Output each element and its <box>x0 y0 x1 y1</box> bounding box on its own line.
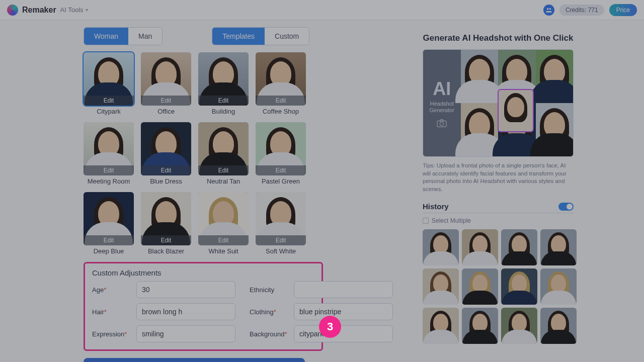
history-item[interactable] <box>423 229 459 265</box>
generate-button[interactable]: Generate (13 8 Credits) <box>84 358 305 362</box>
edit-button[interactable]: Edit <box>141 235 191 245</box>
template-card[interactable]: EditPastel Green <box>256 122 306 185</box>
ethnicity-input[interactable] <box>294 281 393 298</box>
header: Remaker AI Tools ▾ Credits: 771 Price <box>0 0 644 20</box>
template-card[interactable]: EditMeeting Room <box>84 122 134 185</box>
template-label: Neutral Tan <box>198 177 249 185</box>
edit-button[interactable]: Edit <box>198 165 249 175</box>
header-left: Remaker AI Tools ▾ <box>7 5 88 16</box>
brand-name: Remaker <box>22 6 56 15</box>
edit-button[interactable]: Edit <box>84 96 134 106</box>
ai-tools-label: AI Tools <box>60 6 84 14</box>
edit-button[interactable]: Edit <box>84 165 134 175</box>
template-card[interactable]: EditWhite Suit <box>198 192 249 255</box>
age-label: Age* <box>92 286 131 294</box>
svg-point-0 <box>547 8 549 9</box>
history-item[interactable] <box>540 308 577 344</box>
template-card[interactable]: EditDeep Blue <box>84 192 134 255</box>
chevron-down-icon: ▾ <box>86 7 88 13</box>
camera-icon <box>436 119 447 128</box>
edit-button[interactable]: Edit <box>141 96 191 106</box>
header-right: Credits: 771 Price <box>543 4 637 16</box>
history-item[interactable] <box>462 268 498 305</box>
right-title: Generate AI Headshot with One Click <box>423 33 574 43</box>
template-label: Pastel Green <box>256 177 306 185</box>
history-item[interactable] <box>501 268 537 305</box>
age-input[interactable] <box>136 281 235 298</box>
history-item[interactable] <box>462 229 498 265</box>
template-label: Building <box>198 108 249 115</box>
history-item[interactable] <box>501 229 537 265</box>
hero-ai-label: AI HeadshotGenerator <box>423 50 461 156</box>
svg-point-3 <box>440 122 444 125</box>
template-card[interactable]: EditOffice <box>141 52 191 115</box>
tab-woman[interactable]: Woman <box>84 28 128 45</box>
checkbox-icon[interactable] <box>423 218 429 224</box>
history-item[interactable] <box>540 229 577 265</box>
hair-label: Hair* <box>92 308 131 316</box>
expression-input[interactable] <box>136 325 235 342</box>
history-item[interactable] <box>423 268 459 305</box>
template-card[interactable]: EditBlack Blazer <box>141 192 191 255</box>
template-label: White Suit <box>198 247 249 255</box>
right-panel: Generate AI Headshot with One Click AI H… <box>387 20 644 362</box>
template-label: Black Blazer <box>141 247 191 255</box>
template-label: Coffee Shop <box>256 108 306 115</box>
template-card[interactable]: EditCitypark <box>84 52 134 115</box>
hero-preview: AI HeadshotGenerator <box>423 49 574 157</box>
tab-custom[interactable]: Custom <box>265 28 309 45</box>
left-panel: Woman Man Templates Custom EditCitypark … <box>0 20 387 362</box>
main: Woman Man Templates Custom EditCitypark … <box>0 20 644 362</box>
template-card[interactable]: EditBlue Dress <box>141 122 191 185</box>
svg-point-1 <box>549 8 551 9</box>
template-card[interactable]: EditCoffee Shop <box>256 52 306 115</box>
select-multiple[interactable]: Select Multiple <box>423 217 644 224</box>
tab-templates[interactable]: Templates <box>212 28 265 45</box>
template-label: Office <box>141 108 191 115</box>
template-label: Soft White <box>256 247 306 255</box>
step-marker-3: 3 <box>319 316 341 338</box>
ethnicity-label: Ethnicity <box>250 286 289 294</box>
history-item[interactable] <box>462 308 498 344</box>
edit-button[interactable]: Edit <box>256 165 306 175</box>
history-title: History <box>423 202 449 211</box>
tips-text: Tips: Upload a frontal photo of a single… <box>423 162 574 193</box>
mode-segmented: Templates Custom <box>212 27 309 45</box>
ai-tools-menu[interactable]: AI Tools ▾ <box>60 6 88 14</box>
history-item[interactable] <box>501 308 537 344</box>
clothing-label: Clothing* <box>250 308 289 316</box>
credits-badge[interactable]: Credits: 771 <box>559 5 604 16</box>
edit-button[interactable]: Edit <box>256 96 306 106</box>
template-card[interactable]: EditSoft White <box>256 192 306 255</box>
template-grid: EditCitypark EditOffice EditBuilding Edi… <box>84 52 315 255</box>
hero-selected-face <box>498 89 534 132</box>
custom-adjustments-panel: Custom Adjustments Age* Ethnicity Hair* … <box>84 262 323 351</box>
edit-button[interactable]: Edit <box>256 235 306 245</box>
gender-segmented: Woman Man <box>84 27 163 45</box>
tab-row: Woman Man Templates Custom <box>84 27 387 45</box>
price-button[interactable]: Price <box>609 4 637 16</box>
select-multiple-label: Select Multiple <box>432 217 471 224</box>
community-icon[interactable] <box>543 5 554 16</box>
edit-button[interactable]: Edit <box>141 165 191 175</box>
background-label: Background* <box>250 330 289 338</box>
template-label: Meeting Room <box>84 177 134 185</box>
history-header: History <box>423 202 574 213</box>
edit-button[interactable]: Edit <box>198 235 249 245</box>
template-card[interactable]: EditBuilding <box>198 52 249 115</box>
logo-icon <box>7 5 18 16</box>
hair-input[interactable] <box>136 303 235 320</box>
template-label: Blue Dress <box>141 177 191 185</box>
history-grid <box>423 229 579 344</box>
history-toggle[interactable] <box>558 203 574 211</box>
template-label: Citypark <box>84 108 134 115</box>
background-input[interactable] <box>294 325 393 342</box>
edit-button[interactable]: Edit <box>198 96 249 106</box>
clothing-input[interactable] <box>294 303 393 320</box>
edit-button[interactable]: Edit <box>84 235 134 245</box>
custom-title: Custom Adjustments <box>92 268 314 277</box>
tab-man[interactable]: Man <box>128 28 162 45</box>
template-card[interactable]: EditNeutral Tan <box>198 122 249 185</box>
history-item[interactable] <box>540 268 577 305</box>
history-item[interactable] <box>423 308 459 344</box>
